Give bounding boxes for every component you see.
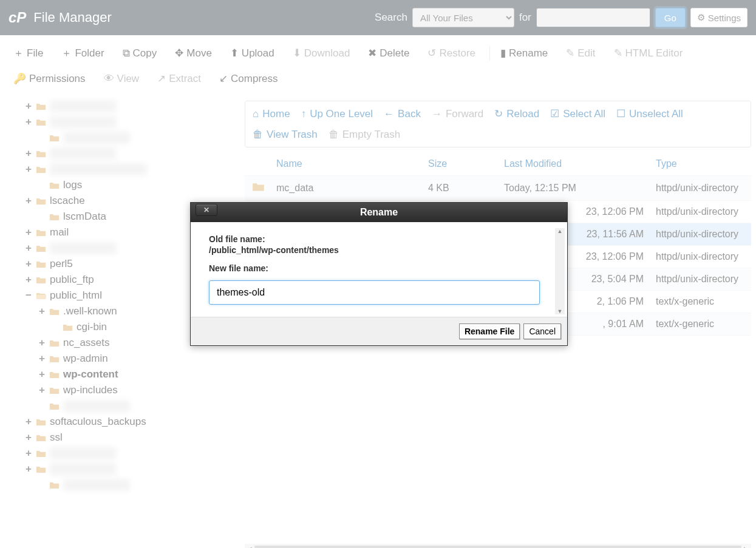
tree-item[interactable]: +wp-includes bbox=[0, 382, 240, 398]
scroll-right-icon[interactable]: ▶ bbox=[744, 546, 749, 549]
col-date-header[interactable]: Last Modified bbox=[504, 158, 656, 169]
tool-permissions[interactable]: 🔑Permissions bbox=[6, 66, 93, 91]
tree-toggle-icon[interactable]: + bbox=[24, 195, 33, 207]
scroll-up-icon[interactable]: ▲ bbox=[555, 228, 565, 234]
ct-home[interactable]: ⌂Home bbox=[253, 107, 290, 120]
folder-icon bbox=[49, 480, 61, 490]
tree-item[interactable]: + bbox=[0, 98, 240, 114]
tool-rename[interactable]: ▮Rename bbox=[493, 40, 555, 66]
folder-icon bbox=[252, 181, 265, 192]
tree-toggle-icon[interactable]: + bbox=[24, 163, 33, 175]
tree-toggle-icon[interactable]: + bbox=[38, 353, 46, 365]
col-type-header[interactable]: Type bbox=[656, 158, 744, 169]
folder-icon bbox=[49, 370, 61, 379]
tree-toggle-icon[interactable]: + bbox=[38, 337, 46, 349]
folder-icon bbox=[35, 164, 47, 174]
tree-label: cgi-bin bbox=[77, 321, 107, 333]
folder-icon bbox=[35, 196, 47, 206]
search-scope-select[interactable]: All Your Files bbox=[412, 8, 514, 27]
header: cP File Manager Search All Your Files fo… bbox=[0, 0, 756, 35]
folder-icon bbox=[35, 117, 47, 127]
compress-icon: ↙ bbox=[219, 72, 228, 85]
ct-back[interactable]: ←Back bbox=[384, 107, 421, 120]
tree-item[interactable]: +softaculous_backups bbox=[0, 414, 240, 430]
tree-toggle-icon[interactable]: + bbox=[24, 416, 33, 428]
tree-item[interactable]: +wp-content bbox=[0, 367, 240, 382]
close-icon[interactable] bbox=[196, 204, 217, 216]
cancel-button[interactable]: Cancel bbox=[523, 323, 561, 339]
folder-icon bbox=[35, 433, 47, 442]
tool-html-editor[interactable]: ✎HTML Editor bbox=[607, 40, 690, 66]
tree-toggle-icon[interactable]: + bbox=[24, 100, 33, 112]
scroll-left-icon[interactable]: ◀ bbox=[247, 546, 252, 549]
tool-restore[interactable]: ↺Restore bbox=[420, 40, 483, 66]
scroll-down-icon[interactable]: ▼ bbox=[555, 308, 565, 314]
tree-item[interactable] bbox=[0, 398, 240, 414]
table-row[interactable]: mc_data4 KBToday, 12:15 PMhttpd/unix-dir… bbox=[245, 176, 751, 201]
tree-item[interactable]: + bbox=[0, 146, 240, 161]
trash-icon: 🗑 bbox=[329, 129, 339, 141]
search-input[interactable] bbox=[536, 8, 650, 27]
tree-toggle-icon[interactable]: + bbox=[24, 226, 33, 238]
tree-toggle-icon[interactable]: − bbox=[24, 289, 33, 302]
dialog-titlebar[interactable]: Rename bbox=[191, 203, 567, 222]
tool-edit[interactable]: ✎Edit bbox=[559, 40, 602, 66]
tree-label bbox=[50, 242, 117, 254]
rename-file-button[interactable]: Rename File bbox=[459, 323, 520, 339]
horizontal-scrollbar[interactable]: ◀ ▶ bbox=[245, 544, 751, 548]
ct-select-all[interactable]: ☑Select All bbox=[550, 107, 605, 120]
tree-toggle-icon[interactable]: + bbox=[24, 463, 33, 475]
main-toolbar: ＋File ＋Folder ⧉Copy ✥Move ⬆Upload ⬇Downl… bbox=[0, 35, 756, 96]
old-name-label: Old file name: bbox=[209, 234, 549, 244]
tool-move[interactable]: ✥Move bbox=[168, 40, 219, 66]
tree-toggle-icon[interactable]: + bbox=[38, 368, 46, 381]
tree-item[interactable]: + bbox=[0, 461, 240, 477]
search-label: Search bbox=[375, 12, 407, 24]
tree-toggle-icon[interactable]: + bbox=[24, 258, 33, 270]
tree-item[interactable]: +wp-admin bbox=[0, 351, 240, 367]
tree-item[interactable]: + bbox=[0, 161, 240, 177]
ct-reload[interactable]: ↻Reload bbox=[494, 107, 539, 120]
tree-toggle-icon[interactable]: + bbox=[38, 305, 46, 317]
tree-item[interactable] bbox=[0, 477, 240, 493]
go-button[interactable]: Go bbox=[655, 8, 686, 27]
ct-view-trash[interactable]: 🗑View Trash bbox=[253, 129, 318, 141]
tool-folder[interactable]: ＋Folder bbox=[54, 40, 111, 66]
folder-icon bbox=[35, 464, 47, 474]
tool-extract[interactable]: ↗Extract bbox=[150, 66, 208, 91]
col-size-header[interactable]: Size bbox=[428, 158, 504, 169]
ct-forward[interactable]: →Forward bbox=[432, 107, 483, 120]
tree-item[interactable] bbox=[0, 130, 240, 146]
ct-empty-trash[interactable]: 🗑Empty Trash bbox=[329, 129, 400, 141]
tree-toggle-icon[interactable]: + bbox=[38, 384, 46, 396]
tool-upload[interactable]: ⬆Upload bbox=[223, 40, 282, 66]
tree-toggle-icon[interactable]: + bbox=[24, 431, 33, 444]
new-name-input[interactable] bbox=[209, 280, 540, 305]
tree-item[interactable]: +ssl bbox=[0, 430, 240, 445]
tool-delete[interactable]: ✖Delete bbox=[361, 40, 417, 66]
tree-toggle-icon[interactable]: + bbox=[24, 274, 33, 286]
tree-item[interactable]: logs bbox=[0, 177, 240, 193]
tree-item[interactable]: + bbox=[0, 445, 240, 461]
col-name-header[interactable]: Name bbox=[276, 158, 428, 169]
tool-download[interactable]: ⬇Download bbox=[285, 40, 358, 66]
tree-toggle-icon[interactable]: + bbox=[24, 116, 33, 128]
tree-label bbox=[63, 400, 130, 412]
ct-up[interactable]: ↑Up One Level bbox=[301, 107, 373, 120]
scroll-track[interactable] bbox=[254, 546, 741, 548]
tree-item[interactable]: + bbox=[0, 114, 240, 130]
tree-toggle-icon[interactable]: + bbox=[24, 147, 33, 160]
tool-compress[interactable]: ↙Compress bbox=[212, 66, 285, 91]
tool-copy[interactable]: ⧉Copy bbox=[115, 40, 165, 66]
tree-toggle-icon[interactable]: + bbox=[24, 447, 33, 459]
ct-unselect-all[interactable]: ☐Unselect All bbox=[616, 107, 683, 120]
tool-view[interactable]: 👁View bbox=[97, 66, 147, 91]
download-icon: ⬇ bbox=[293, 47, 301, 59]
tree-toggle-icon[interactable]: + bbox=[24, 242, 33, 254]
settings-button[interactable]: ⚙ Settings bbox=[690, 8, 747, 27]
folder-icon bbox=[35, 228, 47, 237]
tool-file[interactable]: ＋File bbox=[6, 40, 50, 66]
folder-icon bbox=[49, 306, 61, 316]
tree-label bbox=[50, 147, 117, 160]
dialog-scrollbar[interactable]: ▲▼ bbox=[555, 228, 565, 314]
